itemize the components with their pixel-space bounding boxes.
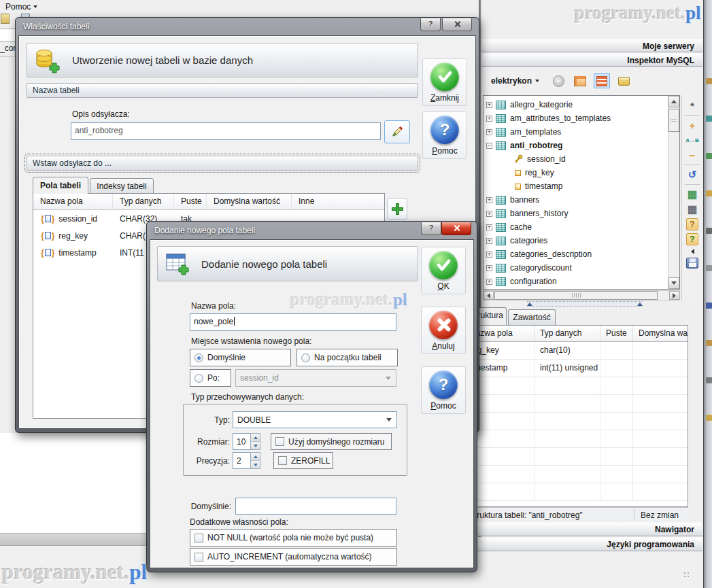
column-header[interactable]: Puste — [174, 194, 207, 209]
splitter-handle[interactable] — [527, 301, 643, 307]
dialog-close-button[interactable] — [441, 222, 471, 235]
column-header[interactable]: Typ danych — [113, 194, 174, 209]
tree-toggle[interactable]: − — [486, 143, 492, 149]
zamknij-button[interactable]: Zamknij — [422, 58, 467, 106]
remove-object-icon[interactable]: − — [684, 148, 700, 162]
panel-header-inspektor-mysql[interactable]: Inspektor MySQL — [481, 53, 702, 67]
rename-icon[interactable]: A↔B — [684, 133, 700, 148]
panel-header-moje-serwery[interactable]: Moje serwery — [481, 39, 702, 52]
tree-toggle[interactable]: + — [486, 238, 492, 244]
tab-pola-tabeli[interactable]: Pola tabeli — [33, 177, 88, 194]
rozmiar-stepper[interactable]: 10 — [233, 433, 260, 450]
tree-item-allegro_kategorie[interactable]: +allegro_kategorie — [486, 98, 667, 111]
radio-po[interactable]: Po: — [190, 369, 231, 387]
tree-item-categorydiscount[interactable]: +categorydiscount — [486, 261, 667, 275]
spin-up-button[interactable] — [251, 434, 260, 441]
tree-toggle[interactable]: + — [486, 279, 492, 285]
column-header[interactable]: Domyślna wart. — [633, 326, 688, 341]
typ-select[interactable]: DOUBLE — [233, 411, 397, 428]
scroll-up-button[interactable] — [668, 96, 679, 107]
run-help-icon[interactable]: ? — [686, 233, 698, 245]
grid-view-icon[interactable]: ▦ — [684, 187, 700, 202]
not-null-checkbox[interactable]: NOT NULL (wartość pola nie może być pust… — [190, 529, 397, 547]
nazwa-pola-input[interactable]: nowe_pole — [190, 313, 396, 331]
refresh-icon[interactable]: ↺ — [684, 167, 700, 182]
tree-item-anti_robotreg[interactable]: −anti_robotreg — [486, 139, 667, 152]
tree-item-banners_history[interactable]: +banners_history — [486, 207, 667, 220]
precyzja-stepper[interactable]: 2 — [233, 452, 260, 469]
dialog-help-button[interactable]: ? — [421, 222, 441, 235]
tab-zawartosc[interactable]: Zawartość — [508, 309, 556, 326]
tab-indeksy-tabeli[interactable]: Indeksy tabeli — [90, 178, 154, 194]
tree-toggle[interactable]: + — [486, 211, 492, 217]
table-row[interactable]: reg_keychar(10) — [464, 342, 688, 360]
menu-pomoc[interactable]: Pomoc — [5, 1, 37, 12]
add-field-button[interactable] — [387, 198, 407, 220]
opis-odsylacza-input[interactable]: anti_robotreg — [71, 122, 381, 140]
save-icon[interactable] — [686, 258, 698, 269]
database-selector[interactable]: elektrykon — [491, 76, 539, 86]
table-sum-icon[interactable]: ▦ — [684, 202, 700, 217]
tree-toggle[interactable]: + — [486, 129, 492, 135]
table-row-empty[interactable] — [464, 430, 688, 448]
edit-button[interactable] — [384, 120, 410, 143]
panel-header-jezyki-programowania[interactable]: Języki programowania — [462, 537, 702, 551]
tree-item-reg_key[interactable]: reg_key — [503, 166, 667, 179]
column-header[interactable]: Typ danych — [535, 326, 600, 341]
table-row-empty[interactable] — [464, 483, 688, 501]
panel-header-nawigator[interactable]: Nawigator — [462, 522, 702, 536]
table-row[interactable]: timestampint(11) unsigned — [464, 360, 688, 377]
table-row-empty[interactable] — [464, 377, 688, 395]
list-view-icon[interactable] — [594, 73, 610, 88]
tree-toggle[interactable]: + — [486, 224, 492, 230]
ok-button[interactable]: OK — [421, 247, 466, 294]
tree-item-categories[interactable]: +categories — [486, 234, 667, 247]
scroll-left-button[interactable] — [484, 291, 494, 300]
spin-down-button[interactable] — [251, 460, 260, 468]
scroll-thumb[interactable] — [494, 291, 658, 300]
column-header[interactable]: Nazwa pola — [33, 194, 113, 209]
pomoc-button[interactable]: ? Pomoc — [421, 366, 466, 414]
add-object-icon[interactable]: + — [684, 118, 700, 133]
column-header[interactable]: Inne — [292, 194, 384, 209]
help-box-icon[interactable]: ? — [686, 218, 698, 230]
collapse-arrow-icon[interactable] — [691, 249, 694, 254]
tree-item-cache[interactable]: +cache — [486, 220, 667, 234]
tree-item-categories_description[interactable]: +categories_description — [486, 247, 667, 261]
column-header[interactable]: Puste — [600, 326, 633, 341]
dialog-title[interactable]: Właściwości tabeli — [16, 18, 479, 36]
tree-item-timestamp[interactable]: timestamp — [503, 179, 667, 193]
po-field-select[interactable]: session_id — [235, 369, 396, 387]
zerofill-checkbox[interactable]: ZEROFILL — [273, 452, 333, 469]
column-header[interactable]: Domyślna wartość — [207, 194, 292, 209]
tree-toggle[interactable]: + — [486, 252, 492, 258]
toolbar-icon-fragment[interactable] — [1, 14, 10, 24]
scroll-thumb[interactable] — [668, 109, 679, 132]
tree-toggle[interactable]: + — [486, 197, 492, 203]
table-row-empty[interactable] — [464, 413, 688, 430]
spin-up-button[interactable] — [251, 453, 260, 460]
domyslnie-input[interactable] — [235, 498, 396, 515]
pomoc-button[interactable]: ? Pomoc — [422, 111, 467, 159]
layout-view-icon[interactable] — [572, 73, 588, 88]
radio-na-poczatku-tabeli[interactable]: Na początku tabeli — [296, 349, 398, 366]
package-icon[interactable] — [615, 73, 632, 88]
tree-item-am_templates[interactable]: +am_templates — [486, 125, 667, 139]
table-row-empty[interactable] — [464, 466, 688, 483]
dialog-help-button[interactable]: ? — [420, 18, 441, 31]
anuluj-button[interactable]: Anuluj — [421, 307, 466, 354]
tree-toggle[interactable]: + — [486, 265, 492, 271]
table-row-empty[interactable] — [464, 448, 688, 466]
tree-scrollbar[interactable] — [668, 96, 679, 289]
dialog-close-button[interactable] — [442, 18, 472, 31]
disconnect-icon[interactable]: − — [550, 73, 566, 88]
tree-item-configuration[interactable]: +configuration — [486, 275, 667, 288]
resize-grip[interactable] — [683, 572, 690, 578]
auto-increment-checkbox[interactable]: AUTO_INCREMENT (automatyczna wartość) — [190, 548, 397, 566]
radio-domyslnie[interactable]: Domyślnie — [190, 349, 291, 366]
uzyj-domyslnego-checkbox[interactable]: Użyj domyślnego rozmiaru — [271, 433, 392, 450]
tree-item-banners[interactable]: +banners — [486, 193, 667, 207]
tree-hscrollbar[interactable] — [483, 290, 680, 300]
table-row-empty[interactable] — [464, 395, 688, 413]
scroll-right-button[interactable] — [669, 291, 679, 300]
